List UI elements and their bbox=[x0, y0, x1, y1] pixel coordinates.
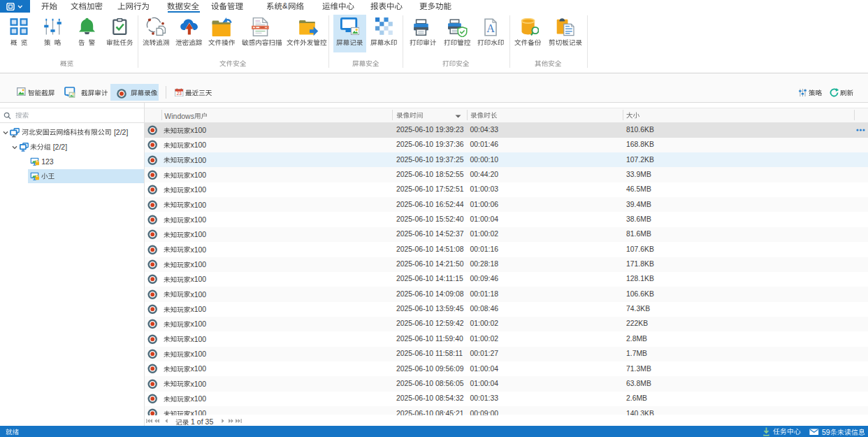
svg-text:23: 23 bbox=[177, 91, 182, 96]
svg-text:A: A bbox=[486, 22, 495, 34]
